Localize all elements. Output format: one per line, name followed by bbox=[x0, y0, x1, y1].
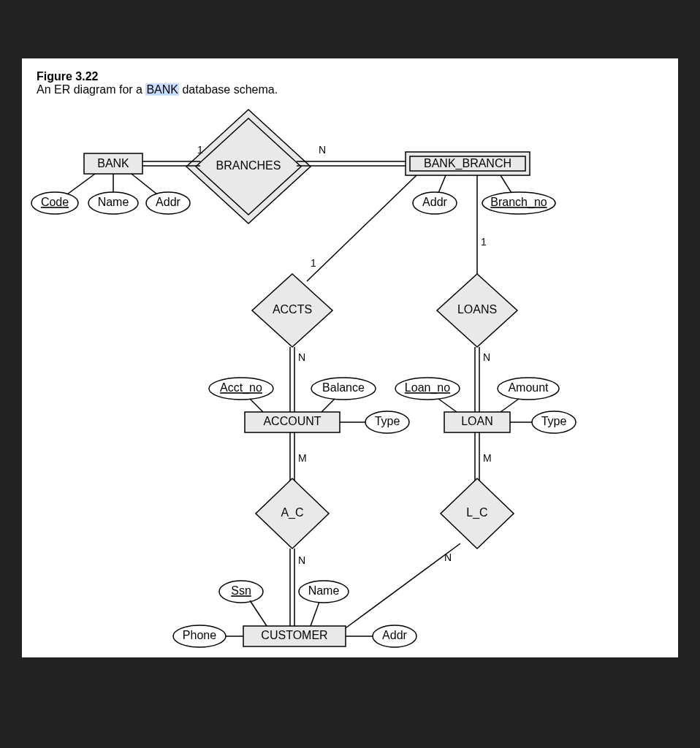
attr-acct-type: Type bbox=[340, 411, 409, 433]
svg-text:Ssn: Ssn bbox=[231, 584, 251, 597]
svg-text:Addr: Addr bbox=[156, 196, 180, 208]
relationship-branches: BRANCHES bbox=[186, 110, 311, 224]
svg-line-36 bbox=[322, 399, 335, 412]
entity-account: ACCOUNT bbox=[245, 412, 340, 432]
svg-text:BANK_BRANCH: BANK_BRANCH bbox=[424, 157, 511, 170]
page: Figure 3.22 An ER diagram for a BANK dat… bbox=[22, 58, 678, 657]
attr-loan-amount: Amount bbox=[498, 378, 559, 412]
card-accts-1: 1 bbox=[311, 257, 316, 269]
card-bank-1: 1 bbox=[197, 144, 203, 156]
attr-branch-addr: Addr bbox=[413, 175, 457, 214]
svg-text:BRANCHES: BRANCHES bbox=[216, 159, 281, 172]
card-loans-1: 1 bbox=[481, 236, 487, 248]
relationship-accts: ACCTS bbox=[252, 274, 332, 347]
attr-bank-name: Name bbox=[88, 174, 138, 214]
svg-text:Amount: Amount bbox=[508, 381, 549, 394]
attr-loan-no: Loan_no bbox=[395, 378, 460, 412]
attr-bank-code: Code bbox=[31, 174, 95, 214]
svg-line-42 bbox=[438, 399, 457, 412]
entity-loan: LOAN bbox=[444, 412, 510, 432]
attr-cust-addr: Addr bbox=[346, 625, 416, 647]
attr-branch-no: Branch_no bbox=[482, 175, 555, 214]
svg-text:Acct_no: Acct_no bbox=[220, 381, 262, 394]
stage: Figure 3.22 An ER diagram for a BANK dat… bbox=[0, 0, 700, 748]
svg-text:LOANS: LOANS bbox=[457, 303, 497, 316]
svg-text:Name: Name bbox=[308, 584, 340, 597]
svg-text:BANK: BANK bbox=[97, 157, 129, 169]
svg-text:LOAN: LOAN bbox=[461, 415, 493, 427]
relationship-loans: LOANS bbox=[437, 274, 517, 347]
svg-text:L_C: L_C bbox=[466, 506, 487, 519]
svg-text:ACCTS: ACCTS bbox=[273, 303, 312, 316]
svg-line-45 bbox=[501, 399, 519, 412]
svg-text:Addr: Addr bbox=[382, 629, 407, 641]
attr-bank-addr: Addr bbox=[132, 174, 190, 214]
svg-text:ACCOUNT: ACCOUNT bbox=[263, 415, 321, 427]
entity-bank-branch: BANK_BRANCH bbox=[406, 152, 530, 175]
card-branch-N: N bbox=[319, 144, 326, 156]
relationship-ac: A_C bbox=[256, 478, 329, 549]
er-diagram: BANK BRANCHES BANK_BRANCH 1 N bbox=[22, 58, 678, 657]
card-lc-N: N bbox=[444, 552, 452, 563]
svg-text:Addr: Addr bbox=[422, 196, 447, 208]
svg-text:Loan_no: Loan_no bbox=[405, 381, 450, 394]
attr-loan-type: Type bbox=[510, 411, 576, 433]
card-loans-N: N bbox=[483, 351, 490, 363]
svg-text:A_C: A_C bbox=[281, 506, 303, 519]
svg-text:Name: Name bbox=[98, 196, 129, 208]
card-accts-N: N bbox=[298, 351, 305, 363]
svg-line-10 bbox=[67, 174, 95, 194]
card-lc-M: M bbox=[483, 452, 492, 464]
attr-acct-balance: Balance bbox=[311, 378, 376, 412]
attr-acct-no: Acct_no bbox=[209, 378, 273, 412]
svg-line-60 bbox=[311, 602, 319, 626]
attr-cust-name: Name bbox=[299, 581, 349, 626]
card-ac-N: N bbox=[298, 554, 305, 566]
svg-text:Phone: Phone bbox=[183, 629, 216, 641]
svg-line-22 bbox=[501, 175, 511, 193]
svg-text:Branch_no: Branch_no bbox=[490, 196, 547, 209]
svg-line-16 bbox=[132, 174, 157, 194]
entity-bank: BANK bbox=[84, 153, 142, 174]
svg-text:Type: Type bbox=[541, 415, 567, 427]
edge-branch-accts bbox=[307, 175, 416, 281]
attr-cust-ssn: Ssn bbox=[219, 581, 267, 626]
svg-text:Code: Code bbox=[41, 196, 69, 208]
svg-text:Balance: Balance bbox=[322, 381, 365, 394]
card-ac-M: M bbox=[298, 452, 307, 464]
svg-line-19 bbox=[438, 175, 446, 193]
svg-line-57 bbox=[250, 600, 267, 626]
attr-cust-phone: Phone bbox=[173, 625, 243, 647]
svg-text:Type: Type bbox=[375, 415, 400, 427]
relationship-lc: L_C bbox=[441, 478, 514, 549]
svg-text:CUSTOMER: CUSTOMER bbox=[261, 629, 327, 641]
svg-line-33 bbox=[250, 399, 263, 412]
edge-lc-customer bbox=[343, 543, 460, 630]
entity-customer: CUSTOMER bbox=[243, 626, 346, 646]
